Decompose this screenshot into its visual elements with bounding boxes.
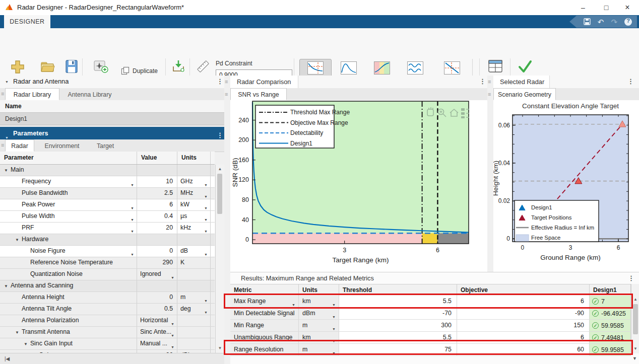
result-row-range-resolution[interactable]: Range Resolution m▼ 75 60 ✓59.9585: [230, 344, 631, 356]
dropdown-icon[interactable]: ▼: [204, 191, 208, 199]
param-value[interactable]: 0: [137, 292, 177, 303]
result-row-min-range[interactable]: Min Range m▼ 300 150 ✓59.9585: [230, 320, 631, 332]
objective-value[interactable]: 6: [457, 332, 590, 343]
tab-radar[interactable]: Radar: [5, 139, 34, 152]
tab-designer[interactable]: DESIGNER: [4, 15, 50, 28]
minimize-button[interactable]: –: [571, 0, 595, 15]
dropdown-icon[interactable]: ▼: [332, 348, 336, 355]
close-button[interactable]: ×: [616, 0, 639, 15]
threshold-value[interactable]: -70: [339, 308, 457, 319]
tab-target[interactable]: Target: [90, 139, 121, 152]
dropdown-icon[interactable]: ▼: [204, 249, 208, 257]
dropdown-icon[interactable]: ▼: [131, 203, 134, 210]
param-row[interactable]: Quantization NoiseIgnored▼: [0, 269, 215, 280]
param-unit[interactable]: dB: [180, 247, 188, 254]
scroll-up-icon[interactable]: ▲: [216, 167, 224, 171]
param-unit[interactable]: m: [180, 294, 185, 301]
param-row[interactable]: Antenna PolarizationHorizontal▼: [0, 315, 215, 327]
tree-collapse-icon[interactable]: ▼: [15, 238, 19, 242]
scroll-up-icon[interactable]: ▲: [631, 297, 639, 302]
drag-grip-icon[interactable]: ≡: [225, 91, 228, 97]
tree-collapse-icon[interactable]: ▼: [4, 168, 8, 173]
param-value[interactable]: 0.4: [137, 211, 177, 222]
param-unit[interactable]: kW: [180, 201, 189, 208]
dropdown-icon[interactable]: ▼: [204, 226, 208, 234]
objective-value[interactable]: 150: [457, 320, 590, 331]
threshold-value[interactable]: 5.5: [339, 296, 457, 307]
tree-collapse-icon[interactable]: ▼: [24, 342, 28, 346]
scrollbar-thumb[interactable]: [217, 174, 222, 214]
param-unit[interactable]: kHz: [180, 224, 191, 231]
param-value[interactable]: 10: [137, 176, 177, 187]
param-scrollbar[interactable]: ▲ ▼: [215, 165, 224, 353]
panel-menu-icon[interactable]: ⋮: [628, 274, 634, 282]
scenario-geometry-chart[interactable]: 03600.020.040.06Constant Elevation Angle…: [493, 101, 639, 272]
tab-environment[interactable]: Environment: [35, 139, 89, 152]
param-row[interactable]: ▼Sinc Gain InputManual ...▼: [0, 338, 215, 350]
threshold-value[interactable]: 5.5: [339, 332, 457, 343]
param-unit[interactable]: deg: [180, 305, 191, 312]
drag-grip-icon[interactable]: ≡: [488, 79, 491, 85]
param-value[interactable]: 20: [137, 223, 177, 234]
dropdown-icon[interactable]: ▼: [204, 180, 208, 187]
param-row[interactable]: ▼Hardware: [0, 234, 215, 246]
scroll-down-icon[interactable]: ▼: [216, 346, 224, 350]
threshold-value[interactable]: 75: [339, 344, 457, 355]
param-unit[interactable]: µs: [180, 212, 187, 220]
param-value[interactable]: 0.5: [137, 304, 177, 315]
tab-scenario-geometry[interactable]: Scenario Geometry: [493, 88, 556, 100]
result-row-max-range[interactable]: Max Range▼ km▼ 5.5 6 ✓7: [230, 296, 631, 308]
snr-vs-range-chart[interactable]: 0408012016020024036Target Range (km)SNR …: [230, 101, 487, 272]
dropdown-icon[interactable]: ▼: [131, 249, 134, 257]
dropdown-icon[interactable]: ▼: [204, 307, 208, 315]
dropdown-icon[interactable]: ▼: [171, 342, 174, 349]
objective-value[interactable]: 60: [457, 344, 590, 355]
result-row-min-detectable-signal[interactable]: Min Detectable Signal dBm▼ -70 -90 ✓-96.…: [230, 308, 631, 320]
param-value[interactable]: Ignored: [140, 270, 161, 277]
tab-antenna-library[interactable]: Antenna Library: [60, 88, 119, 100]
param-row[interactable]: ▼Main: [0, 165, 215, 176]
dropdown-icon[interactable]: ▼: [332, 324, 336, 331]
drag-grip-icon[interactable]: ≡: [1, 91, 4, 97]
tree-collapse-icon[interactable]: ▼: [15, 330, 19, 335]
collapse-left-panel-button[interactable]: |◀: [0, 353, 224, 364]
dropdown-icon[interactable]: ▼: [292, 300, 295, 307]
drag-grip-icon[interactable]: ≡: [225, 79, 228, 85]
param-row[interactable]: Noise Figure▼0dB▼: [0, 246, 215, 257]
param-row[interactable]: Peak Power▼6kW▼: [0, 199, 215, 211]
param-row[interactable]: PRF▼20kHz▼: [0, 223, 215, 234]
panel-menu-icon[interactable]: ⋮: [217, 78, 223, 85]
param-unit[interactable]: GHz: [180, 178, 193, 185]
dropdown-icon[interactable]: ▼: [131, 214, 134, 222]
result-row-unambiguous-range[interactable]: Unambiguous Range km▼ 5.5 6 ✓7.49481: [230, 332, 631, 344]
scroll-down-icon[interactable]: ▼: [631, 346, 639, 351]
results-scrollbar[interactable]: ▲ ▼: [631, 284, 639, 353]
dropdown-icon[interactable]: ▼: [332, 312, 336, 319]
dropdown-icon[interactable]: ▼: [131, 180, 134, 187]
param-row[interactable]: Reference Noise Temperature290K: [0, 257, 215, 269]
param-row[interactable]: Frequency▼10GHz▼: [0, 176, 215, 188]
dropdown-icon[interactable]: ▼: [332, 336, 336, 343]
threshold-value[interactable]: 300: [339, 320, 457, 331]
drag-grip-icon[interactable]: ≡: [1, 142, 4, 148]
param-value[interactable]: Horizontal: [140, 317, 168, 324]
param-value[interactable]: 2.5: [137, 188, 177, 199]
dropdown-icon[interactable]: ▼: [131, 226, 134, 234]
drag-grip-icon[interactable]: ≡: [488, 91, 491, 97]
scrollbar-thumb[interactable]: [633, 304, 638, 334]
dropdown-icon[interactable]: ▼: [204, 296, 208, 303]
param-row[interactable]: Antenna Tilt Angle0.5deg▼: [0, 304, 215, 315]
param-row[interactable]: Pulse Width▼0.4µs▼: [0, 211, 215, 223]
undo-icon[interactable]: ↶: [598, 18, 604, 26]
scroll-bottom-icon[interactable]: ▼: [632, 356, 637, 361]
param-row[interactable]: ▼Antenna and Scanning: [0, 280, 215, 292]
collapse-panel-icon[interactable]: ▼: [5, 80, 9, 84]
param-value[interactable]: Sinc Ante...: [140, 328, 171, 335]
objective-value[interactable]: 6: [457, 296, 590, 307]
tab-radar-comparison[interactable]: Radar Comparison: [230, 76, 298, 88]
save-icon[interactable]: [584, 18, 591, 25]
dropdown-icon[interactable]: ▼: [204, 203, 208, 210]
param-value[interactable]: 6: [137, 199, 177, 210]
param-row[interactable]: Antenna Height0m▼: [0, 292, 215, 304]
tree-collapse-icon[interactable]: ▼: [4, 284, 8, 288]
